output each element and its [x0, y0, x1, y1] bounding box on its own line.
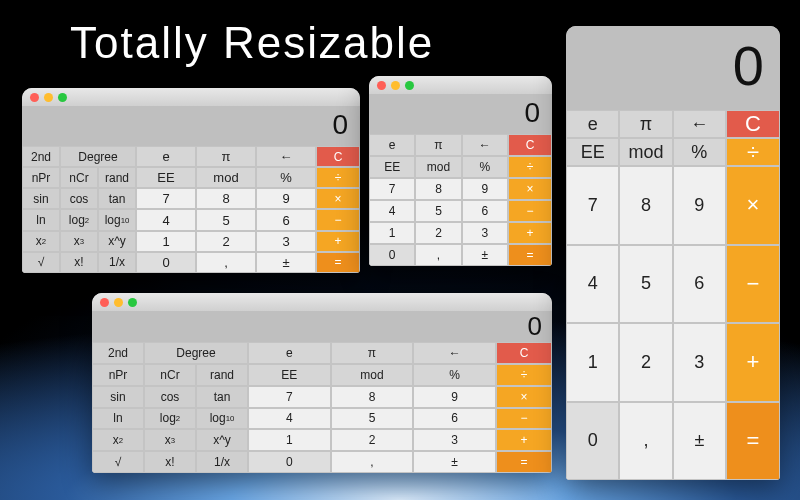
key-back-icon[interactable]: ← — [673, 110, 726, 138]
key-7[interactable]: 7 — [248, 386, 331, 408]
window-titlebar[interactable] — [369, 76, 552, 94]
key-plus[interactable]: + — [496, 429, 552, 451]
key-5[interactable]: 5 — [196, 209, 256, 230]
key-equals[interactable]: = — [316, 252, 360, 273]
key-pi[interactable]: π — [196, 146, 256, 167]
window-titlebar[interactable] — [92, 293, 552, 311]
key-8[interactable]: 8 — [196, 188, 256, 209]
key-pi[interactable]: π — [415, 134, 461, 156]
key-divide[interactable]: ÷ — [508, 156, 552, 178]
key-6[interactable]: 6 — [673, 245, 726, 324]
key-3[interactable]: 3 — [462, 222, 508, 244]
key-5[interactable]: 5 — [415, 200, 461, 222]
key-pi[interactable]: π — [619, 110, 672, 138]
key-8[interactable]: 8 — [415, 178, 461, 200]
key-sqrt[interactable]: √ — [92, 451, 144, 473]
minimize-icon[interactable] — [391, 81, 400, 90]
key-7[interactable]: 7 — [136, 188, 196, 209]
key-ee[interactable]: EE — [369, 156, 415, 178]
key-pct[interactable]: % — [673, 138, 726, 166]
key-xy[interactable]: x^y — [98, 231, 136, 252]
key-multiply[interactable]: × — [496, 386, 552, 408]
key-multiply[interactable]: × — [316, 188, 360, 209]
minimize-icon[interactable] — [114, 298, 123, 307]
key-4[interactable]: 4 — [248, 408, 331, 430]
key-equals[interactable]: = — [508, 244, 552, 266]
key-tan[interactable]: tan — [196, 386, 248, 408]
key-sqrt[interactable]: √ — [22, 252, 60, 273]
key-clear[interactable]: C — [496, 342, 552, 364]
key-log10[interactable]: log10 — [98, 209, 136, 230]
key-3[interactable]: 3 — [673, 323, 726, 402]
key-2nd[interactable]: 2nd — [92, 342, 144, 364]
key-pct[interactable]: % — [256, 167, 316, 188]
close-icon[interactable] — [30, 93, 39, 102]
key-ln[interactable]: ln — [92, 408, 144, 430]
key-mod[interactable]: mod — [619, 138, 672, 166]
key-fact[interactable]: x! — [60, 252, 98, 273]
key-3[interactable]: 3 — [256, 231, 316, 252]
key-9[interactable]: 9 — [256, 188, 316, 209]
key-plusminus[interactable]: ± — [256, 252, 316, 273]
key-multiply[interactable]: × — [726, 166, 780, 245]
key-2[interactable]: 2 — [331, 429, 414, 451]
key-npr[interactable]: nPr — [92, 364, 144, 386]
minimize-icon[interactable] — [44, 93, 53, 102]
key-9[interactable]: 9 — [413, 386, 496, 408]
key-e[interactable]: e — [248, 342, 331, 364]
zoom-icon[interactable] — [405, 81, 414, 90]
key-x3[interactable]: x3 — [60, 231, 98, 252]
key-ee[interactable]: EE — [248, 364, 331, 386]
key-2[interactable]: 2 — [415, 222, 461, 244]
key-ncr[interactable]: nCr — [60, 167, 98, 188]
key-1[interactable]: 1 — [566, 323, 619, 402]
key-cos[interactable]: cos — [144, 386, 196, 408]
key-3[interactable]: 3 — [413, 429, 496, 451]
key-mod[interactable]: mod — [196, 167, 256, 188]
key-ncr[interactable]: nCr — [144, 364, 196, 386]
key-back-icon[interactable]: ← — [256, 146, 316, 167]
key-sin[interactable]: sin — [92, 386, 144, 408]
key-plus[interactable]: + — [316, 231, 360, 252]
key-4[interactable]: 4 — [136, 209, 196, 230]
key-clear[interactable]: C — [726, 110, 780, 138]
key-0[interactable]: 0 — [566, 402, 619, 481]
key-recip[interactable]: 1/x — [98, 252, 136, 273]
key-plus[interactable]: + — [726, 323, 780, 402]
key-clear[interactable]: C — [316, 146, 360, 167]
key-8[interactable]: 8 — [619, 166, 672, 245]
key-e[interactable]: e — [566, 110, 619, 138]
key-log2[interactable]: log2 — [60, 209, 98, 230]
key-ln[interactable]: ln — [22, 209, 60, 230]
key-recip[interactable]: 1/x — [196, 451, 248, 473]
key-divide[interactable]: ÷ — [316, 167, 360, 188]
key-npr[interactable]: nPr — [22, 167, 60, 188]
key-degree[interactable]: Degree — [144, 342, 248, 364]
key-e[interactable]: e — [369, 134, 415, 156]
key-equals[interactable]: = — [496, 451, 552, 473]
close-icon[interactable] — [100, 298, 109, 307]
key-tan[interactable]: tan — [98, 188, 136, 209]
key-plusminus[interactable]: ± — [462, 244, 508, 266]
key-5[interactable]: 5 — [619, 245, 672, 324]
zoom-icon[interactable] — [128, 298, 137, 307]
key-multiply[interactable]: × — [508, 178, 552, 200]
key-rand[interactable]: rand — [196, 364, 248, 386]
key-2[interactable]: 2 — [196, 231, 256, 252]
key-5[interactable]: 5 — [331, 408, 414, 430]
key-mod[interactable]: mod — [331, 364, 414, 386]
key-0[interactable]: 0 — [248, 451, 331, 473]
key-minus[interactable]: − — [508, 200, 552, 222]
key-equals[interactable]: = — [726, 402, 780, 481]
key-pct[interactable]: % — [413, 364, 496, 386]
key-divide[interactable]: ÷ — [726, 138, 780, 166]
key-divide[interactable]: ÷ — [496, 364, 552, 386]
key-minus[interactable]: − — [316, 209, 360, 230]
key-0[interactable]: 0 — [369, 244, 415, 266]
key-ee[interactable]: EE — [566, 138, 619, 166]
key-sin[interactable]: sin — [22, 188, 60, 209]
key-clear[interactable]: C — [508, 134, 552, 156]
key-7[interactable]: 7 — [369, 178, 415, 200]
key-cos[interactable]: cos — [60, 188, 98, 209]
key-mod[interactable]: mod — [415, 156, 461, 178]
